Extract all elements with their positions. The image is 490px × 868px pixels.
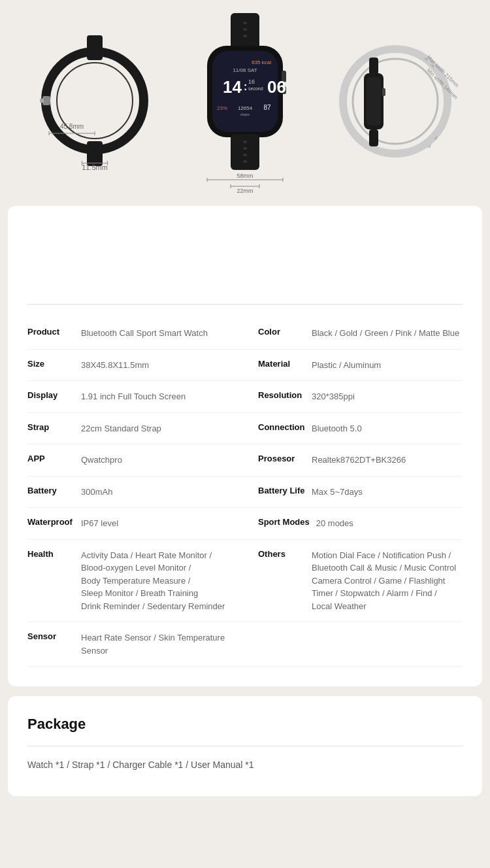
svg-text:635 kcal: 635 kcal — [252, 59, 271, 65]
spec-label-right-7: Others — [258, 549, 305, 559]
spec-row-3-left: Strap22cm Standard Strap — [27, 413, 245, 445]
spec-row-4-left: APPQwatchpro — [27, 444, 245, 476]
specs-card: ProductBluetooth Call Sport Smart WatchC… — [8, 206, 482, 686]
spec-label-right-1: Material — [258, 359, 305, 369]
spec-row-8-right — [245, 622, 463, 667]
watch-strap-svg: › › › › Max width 215mm Min width 140mm — [330, 33, 461, 170]
spec-row-0-left: ProductBluetooth Call Sport Smart Watch — [27, 318, 245, 350]
svg-text:11/08 SAT: 11/08 SAT — [233, 67, 257, 73]
package-title: Package — [27, 716, 463, 733]
svg-rect-45 — [367, 77, 381, 125]
spec-value-left-6: IP67 level — [81, 517, 118, 530]
spec-row-1-right: MaterialPlastic / Aluminum — [245, 350, 463, 382]
svg-text:87: 87 — [263, 104, 271, 111]
specs-divider-top — [27, 304, 463, 305]
watch-side-svg: 45.8mm — [29, 32, 160, 169]
spec-value-left-7: Activity Data / Heart Rate Monitor / Blo… — [81, 549, 225, 613]
spec-value-left-0: Bluetooth Call Sport Smart Watch — [81, 327, 208, 340]
spec-value-right-0: Black / Gold / Green / Pink / Matte Blue — [312, 327, 459, 340]
svg-rect-10 — [231, 13, 259, 49]
spec-value-right-7: Motion Dial Face / Notification Push / B… — [312, 549, 456, 613]
spec-label-left-2: Display — [27, 390, 74, 400]
svg-rect-29 — [231, 134, 259, 170]
spec-value-left-3: 22cm Standard Strap — [81, 422, 161, 435]
svg-point-33 — [243, 160, 247, 163]
spec-label-right-0: Color — [258, 327, 305, 337]
spec-value-left-1: 38X45.8X11.5mm — [81, 359, 149, 372]
spec-row-3-right: ConnectionBluetooth 5.0 — [245, 413, 463, 445]
spec-label-right-6: Sport Modes — [258, 517, 310, 527]
spec-row-5-right: Battery LifeMax 5~7days — [245, 476, 463, 509]
svg-text:16: 16 — [248, 78, 255, 85]
spec-value-left-5: 300mAh — [81, 486, 112, 499]
spec-row-4-right: ProsesorRealtek8762DT+BK3266 — [245, 444, 463, 476]
svg-rect-47 — [369, 58, 378, 75]
spec-row-7-right: OthersMotion Dial Face / Notification Pu… — [245, 540, 463, 623]
svg-text:06: 06 — [267, 77, 286, 97]
svg-rect-5 — [40, 99, 44, 103]
spec-value-right-1: Plastic / Aluminum — [312, 359, 381, 372]
package-card: Package Watch *1 / Strap *1 / Charger Ca… — [8, 696, 482, 796]
svg-point-32 — [243, 154, 247, 156]
spec-label-left-7: Health — [27, 549, 74, 559]
svg-point-13 — [243, 35, 247, 37]
svg-point-11 — [243, 22, 247, 24]
spec-label-right-5: Battery Life — [258, 486, 305, 495]
watches-row: 45.8mm 11.5mm — [7, 13, 483, 190]
specs-grid: ProductBluetooth Call Sport Smart WatchC… — [27, 318, 463, 667]
spec-value-right-6: 20 modes — [316, 517, 353, 530]
svg-text:58mm: 58mm — [237, 173, 253, 179]
specs-header-image-area — [27, 219, 463, 297]
svg-text::: : — [244, 81, 247, 92]
spec-row-6-left: WaterproofIP67 level — [27, 508, 245, 540]
svg-text:steps: steps — [240, 112, 250, 116]
spec-value-left-8: Heart Rate Sensor / Skin Temperature Sen… — [81, 631, 245, 657]
spec-row-1-left: Size38X45.8X11.5mm — [27, 350, 245, 382]
spec-row-8-left: SensorHeart Rate Sensor / Skin Temperatu… — [27, 622, 245, 667]
spec-value-left-2: 1.91 inch Full Touch Screen — [81, 390, 186, 403]
watch-side-view: 45.8mm 11.5mm — [29, 32, 160, 171]
svg-rect-46 — [382, 88, 385, 96]
spec-label-left-6: Waterproof — [27, 517, 74, 527]
thickness-value: 11.5mm — [82, 163, 108, 171]
spec-row-7-left: HealthActivity Data / Heart Rate Monitor… — [27, 540, 245, 623]
spec-label-left-5: Battery — [27, 486, 74, 495]
spec-row-2-left: Display1.91 inch Full Touch Screen — [27, 381, 245, 413]
watch-front-svg: 635 kcal 11/08 SAT 14 16 second 06 : 23%… — [193, 13, 297, 190]
spec-row-6-right: Sport Modes20 modes — [245, 508, 463, 540]
svg-point-31 — [243, 147, 247, 150]
svg-text:14: 14 — [223, 77, 242, 97]
spec-label-left-0: Product — [27, 327, 74, 337]
svg-rect-48 — [369, 129, 378, 146]
spec-label-right-2: Resolution — [258, 390, 305, 400]
spec-label-left-8: Sensor — [27, 631, 74, 641]
spec-value-left-4: Qwatchpro — [81, 454, 122, 467]
svg-text:23%: 23% — [217, 105, 227, 111]
spec-value-right-5: Max 5~7days — [312, 486, 363, 499]
spec-value-right-4: Realtek8762DT+BK3266 — [312, 454, 406, 467]
svg-text:22mm: 22mm — [237, 188, 253, 194]
watch-front-view: 635 kcal 11/08 SAT 14 16 second 06 : 23%… — [193, 13, 297, 190]
svg-text:second: second — [248, 86, 263, 91]
svg-point-12 — [243, 28, 247, 31]
package-divider — [27, 746, 463, 746]
spec-label-left-4: APP — [27, 454, 74, 463]
spec-value-right-3: Bluetooth 5.0 — [312, 422, 362, 435]
package-contents: Watch *1 / Strap *1 / Charger Cable *1 /… — [27, 760, 463, 770]
spec-label-right-4: Prosesor — [258, 454, 305, 463]
hero-section: 45.8mm 11.5mm — [0, 0, 490, 196]
svg-text:12654: 12654 — [238, 105, 253, 111]
spec-value-right-2: 320*385ppi — [312, 390, 355, 403]
watch-strap-view: › › › › Max width 215mm Min width 140mm — [330, 33, 461, 170]
spec-row-0-right: ColorBlack / Gold / Green / Pink / Matte… — [245, 318, 463, 350]
svg-text:45.8mm: 45.8mm — [60, 123, 84, 130]
spec-label-left-3: Strap — [27, 422, 74, 432]
svg-point-30 — [243, 141, 247, 143]
spec-label-left-1: Size — [27, 359, 74, 369]
spec-row-2-right: Resolution320*385ppi — [245, 381, 463, 413]
spec-row-5-left: Battery300mAh — [27, 476, 245, 509]
spec-label-right-3: Connection — [258, 422, 305, 432]
thickness-label: 11.5mm — [82, 163, 108, 171]
